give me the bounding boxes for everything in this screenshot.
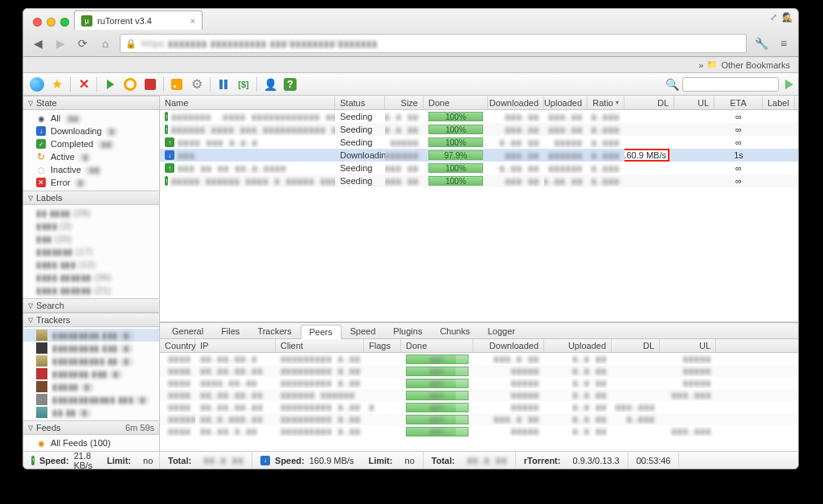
back-button[interactable]: ◀ [30, 35, 46, 51]
search-input[interactable] [682, 77, 779, 92]
peer-columns[interactable]: Country IP Client Flags Done Downloaded … [160, 339, 798, 353]
queue-pause-button[interactable] [215, 76, 232, 92]
peer-list[interactable]: ▮▮▮▮ ▮▮.▮▮.▮▮.▮ ▮▮▮▮▮▮▮▮▮ ▮.▮▮ ▮▮% ▮▮▮.▮… [160, 353, 798, 451]
close-window-icon[interactable] [33, 18, 42, 27]
state-item-downloading[interactable]: ↓Downloading (▮) [23, 125, 159, 137]
home-button[interactable]: ⌂ [97, 35, 113, 51]
tab-speed[interactable]: Speed [342, 324, 385, 338]
col-ratio[interactable]: Ratio [588, 96, 624, 109]
col-done[interactable]: Done [424, 96, 488, 109]
label-item[interactable]: ▮▮▮▮.▮▮▮▮▮▮ (36) [23, 271, 159, 284]
state-item-error[interactable]: ✕Error (▮) [23, 176, 159, 189]
torrent-row[interactable]: ▮▮▮ Downloading ▮▮▮▮▮▮▮ 97.9% ▮▮▮.▮▮ ▮▮▮… [160, 149, 798, 162]
tracker-item[interactable]: ▮▮▮▮▮▮▮▮▮▮▮▮.▮▮▮ (▮) [23, 393, 159, 406]
feeds-panel-header[interactable]: ▽Feeds6m 59s [23, 420, 159, 435]
tracker-item[interactable]: ▮▮.▮▮ (▮) [23, 406, 159, 419]
torrent-row[interactable]: ▮▮▮▮ ▮▮▮ ▮.▮.▮ Seeding ▮▮▮▮▮ 100% ▮.▮▮ ▮… [160, 136, 798, 149]
pcol-ul[interactable]: UL [660, 339, 716, 352]
search-panel-header[interactable]: ▽Search [23, 298, 159, 313]
download-icon[interactable]: ↓ [260, 456, 270, 465]
minimize-window-icon[interactable] [47, 18, 55, 27]
label-item[interactable]: ▮▮▮ (20) [23, 232, 159, 245]
ratio-button[interactable]: [$] [235, 76, 252, 92]
peer-row[interactable]: ▮▮▮▮ ▮▮▮▮.▮▮.▮▮ ▮▮▮▮▮▮▮▮▮ ▮.▮▮ ▮▮% ▮▮▮▮▮… [160, 377, 798, 389]
zoom-window-icon[interactable] [60, 18, 69, 27]
label-item[interactable]: ▮▮ ▮▮▮▮ (28) [23, 207, 159, 219]
fullscreen-icon[interactable]: ⤢ [770, 12, 777, 23]
rss-button[interactable] [168, 76, 186, 92]
upload-icon[interactable]: ↑ [31, 456, 35, 465]
peer-row[interactable]: ▮▮▮▮ ▮▮.▮▮.▮▮.▮▮ ▮▮▮▮▮▮ ▮▮▮▮▮▮ ▮▮% ▮▮▮▮▮… [160, 389, 798, 401]
torrent-row[interactable]: ▮▮▮▮▮▮ ▮▮▮▮ ▮▮▮ ▮▮▮▮▮▮▮▮▮▮▮ ▮.▮▮ Seeding… [160, 123, 798, 136]
pcol-done[interactable]: Done [401, 339, 473, 352]
tracker-item[interactable]: ▮▮▮▮▮▮▮▮▮▮.▮▮ (▮) [23, 354, 159, 367]
peer-row[interactable]: ▮▮▮▮ ▮▮.▮▮.▮.▮▮ ▮▮▮▮▮▮▮▮▮ ▮.▮▮ ▮▮% ▮▮▮▮▮… [160, 425, 798, 437]
browser-tab[interactable]: µ ruTorrent v3.4 × [74, 10, 203, 30]
download-limit[interactable]: no [405, 456, 415, 465]
wrench-icon[interactable]: 🔧 [753, 35, 769, 51]
tracker-item[interactable]: ▮▮▮▮▮ (▮) [23, 380, 159, 393]
torrent-columns[interactable]: Name Status Size Done Downloaded Uploade… [160, 96, 798, 110]
settings-button[interactable]: ⚙ [188, 76, 206, 92]
peer-row[interactable]: ▮▮▮▮ ▮▮.▮▮.▮▮.▮▮ ▮▮▮▮▮▮▮▮▮ ▮.▮▮ ▮▮% ▮▮▮▮… [160, 365, 798, 377]
pcol-ip[interactable]: IP [195, 339, 276, 352]
col-status[interactable]: Status [335, 96, 385, 109]
tab-files[interactable]: Files [212, 324, 248, 338]
label-item[interactable]: ▮▮▮▮.▮▮▮▮▮▮ (21) [23, 284, 159, 297]
torrent-row[interactable]: ▮▮▮▮▮ ▮▮▮▮▮▮ ▮▮▮▮ ▮ ▮▮▮▮▮ ▮▮▮▮▮▮▮ Seedin… [160, 174, 798, 187]
state-item-active[interactable]: ↻Active (▮) [23, 150, 159, 163]
forward-button[interactable]: ▶ [52, 35, 68, 51]
pcol-dl[interactable]: DL [612, 339, 660, 352]
tab-plugins[interactable]: Plugins [384, 324, 431, 338]
tracker-item[interactable]: ▮▮▮▮▮▮▮▮▮.▮▮▮ (▮) [23, 342, 159, 354]
remove-button[interactable]: ✕ [75, 76, 92, 92]
add-torrent-button[interactable] [28, 76, 46, 92]
tab-chunks[interactable]: Chunks [431, 324, 478, 338]
reload-button[interactable]: ⟳ [75, 35, 91, 51]
col-downloaded[interactable]: Downloaded [488, 96, 544, 109]
col-dl[interactable]: DL [624, 96, 674, 109]
state-item-all[interactable]: ◉All (▮▮) [23, 112, 159, 125]
bookmarks-chevron-icon[interactable]: » [698, 60, 703, 70]
upload-limit[interactable]: no [143, 456, 153, 465]
labels-panel-header[interactable]: ▽Labels [23, 191, 159, 205]
col-label[interactable]: Label [763, 96, 795, 109]
trackers-panel-header[interactable]: ▽Trackers [23, 313, 159, 327]
pcol-country[interactable]: Country [160, 339, 195, 352]
col-ul[interactable]: UL [674, 96, 714, 109]
tab-general[interactable]: General [163, 324, 212, 338]
state-panel-header[interactable]: ▽State [23, 96, 159, 110]
label-item[interactable]: ▮▮▮▮ (2) [23, 219, 159, 232]
tab-logger[interactable]: Logger [479, 324, 524, 338]
peer-row[interactable]: ▮▮▮▮ ▮▮.▮▮.▮▮.▮ ▮▮▮▮▮▮▮▮▮ ▮.▮▮ ▮▮% ▮▮▮.▮… [160, 353, 798, 365]
tracker-item[interactable]: ▮▮▮▮▮▮▮▮▮.▮▮▮ (▮) [23, 329, 159, 342]
tracker-item[interactable]: ▮▮▮▮▮▮▮.▮▮▮ (▮) [23, 367, 159, 380]
peer-row[interactable]: ▮▮▮▮ ▮▮.▮▮.▮▮.▮▮ ▮▮▮▮▮▮▮▮▮ ▮.▮▮ ▮ ▮▮% ▮▮… [160, 401, 798, 413]
feeds-item[interactable]: ◉All Feeds (100) [23, 436, 159, 449]
pcol-uploaded[interactable]: Uploaded [544, 339, 612, 352]
search-go-button[interactable] [785, 80, 793, 89]
torrent-row[interactable]: ▮▮▮▮▮▮▮ .▮▮▮▮ ▮▮▮▮▮▮▮▮▮▮▮▮ ▮▮▮▮ Seeding … [160, 110, 798, 123]
plugin-button[interactable]: 👤 [261, 76, 279, 92]
tab-peers[interactable]: Peers [301, 325, 342, 339]
pcol-downloaded[interactable]: Downloaded [473, 339, 544, 352]
address-bar[interactable]: 🔒 https ▮▮▮▮▮▮▮.▮▮▮▮▮▮▮▮▮▮.▮▮▮/▮▮▮▮▮▮▮▮/… [120, 34, 747, 53]
state-item-inactive[interactable]: ◌Inactive (▮▮) [23, 163, 159, 176]
peer-row[interactable]: ▮▮▮▮▮ ▮▮.▮.▮▮▮.▮▮ ▮▮▮▮▮▮▮▮▮ ▮.▮▮ ▮▮% ▮▮▮… [160, 413, 798, 425]
other-bookmarks-link[interactable]: Other Bookmarks [721, 60, 790, 70]
state-item-completed[interactable]: ✓Completed (▮▮) [23, 137, 159, 150]
pcol-client[interactable]: Client [276, 339, 364, 352]
help-button[interactable]: ? [281, 76, 299, 92]
pause-button[interactable] [121, 76, 139, 92]
start-button[interactable] [101, 76, 119, 92]
pcol-flags[interactable]: Flags [364, 339, 401, 352]
menu-icon[interactable]: ≡ [776, 35, 792, 51]
torrent-list[interactable]: ▮▮▮▮▮▮▮ .▮▮▮▮ ▮▮▮▮▮▮▮▮▮▮▮▮ ▮▮▮▮ Seeding … [160, 110, 798, 322]
tab-close-icon[interactable]: × [190, 16, 195, 26]
create-torrent-button[interactable]: ★ [48, 76, 66, 92]
stop-button[interactable] [141, 76, 159, 92]
label-item[interactable]: ▮▮▮▮▮▮▮ (17) [23, 245, 159, 258]
col-eta[interactable]: ETA [714, 96, 763, 109]
torrent-row[interactable]: ▮▮▮ ▮▮ ▮▮ ▮▮.▮.▮▮▮▮ Seeding ▮▮▮ ▮▮ 100% … [160, 162, 798, 174]
tab-trackers[interactable]: Trackers [248, 324, 300, 338]
